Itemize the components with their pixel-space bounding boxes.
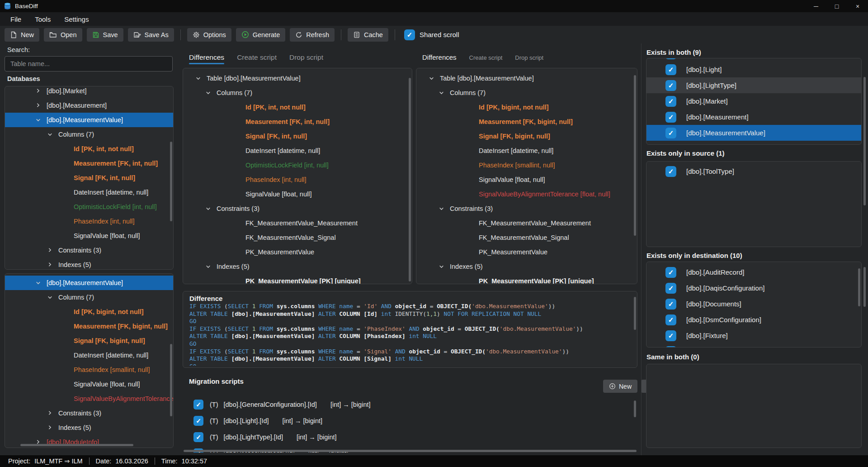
checkbox[interactable]: ✓ (665, 330, 676, 341)
tree-item[interactable]: Columns (7) (416, 86, 637, 100)
chevron-down-icon[interactable] (438, 90, 444, 96)
checklist-row[interactable]: ✓[dbo].[GeneralConfiguration] (646, 58, 861, 62)
tree-item[interactable]: [dbo].[Measurement] (5, 98, 173, 113)
chevron-down-icon[interactable] (47, 294, 53, 300)
search-input[interactable] (5, 56, 173, 71)
checklist-row[interactable]: ✓[dbo].[Measurement] (646, 109, 861, 125)
tree-item[interactable]: Signal [FK, int, null] (5, 171, 173, 185)
checkbox[interactable]: ✓ (665, 346, 676, 348)
tree-item[interactable]: PK_MeasurementValue (416, 245, 637, 259)
chevron-down-icon[interactable] (35, 280, 41, 286)
checkbox[interactable]: ✓ (665, 96, 676, 107)
tree-item[interactable]: Indexes (5) (5, 420, 173, 435)
tree-item[interactable]: Id [PK, bigint, not null] (5, 305, 173, 319)
shared-scroll-toggle[interactable]: ✓ Shared scroll (404, 29, 459, 40)
menu-tools[interactable]: Tools (28, 12, 57, 26)
tree-item[interactable]: FK_MeasurementValue_Signal (416, 230, 637, 245)
tree-item[interactable]: [dbo].[MeasurementValue] (5, 113, 173, 127)
tree-item[interactable]: PhaseIndex [smallint, null] (5, 362, 173, 377)
checkbox[interactable]: ✓ (665, 315, 676, 325)
tree-item[interactable]: DateInsert [datetime, null] (416, 143, 637, 158)
checklist-row[interactable]: ✓[dbo].[MeasurementValue] (646, 125, 861, 141)
tree-item[interactable]: SignalValueByAlignmentTolerance [float, … (5, 391, 173, 406)
chevron-right-icon[interactable] (35, 102, 41, 109)
tree-item[interactable]: Indexes (5) (416, 259, 637, 274)
tree-item[interactable]: SignalValue [float, null] (183, 187, 412, 201)
migration-row[interactable]: ✓(T)[dbo].[LightType].[Id][int] → [bigin… (183, 429, 635, 445)
checkbox[interactable]: ✓ (665, 299, 676, 310)
chevron-right-icon[interactable] (47, 247, 53, 253)
tree-item[interactable]: Table [dbo].[MeasurementValue] (183, 71, 412, 86)
chevron-right-icon[interactable] (35, 88, 41, 94)
tree-item[interactable]: Signal [FK, bigint, null] (5, 334, 173, 348)
tree-item[interactable]: Signal [FK, int, null] (183, 129, 412, 143)
tree-item[interactable]: Id [PK, int, not null] (5, 142, 173, 156)
tree-item[interactable]: PK_MeasurementValue [PK] [unique] (183, 274, 412, 284)
tree-item[interactable]: [dbo].[MeasurementValue] (5, 276, 173, 290)
scrollbar-thumb[interactable] (634, 400, 636, 417)
chevron-right-icon[interactable] (47, 410, 53, 416)
tree-item[interactable]: Indexes (5) (183, 259, 412, 274)
save-button[interactable]: Save (87, 28, 123, 42)
tree-item[interactable]: SignalValue [float, null] (5, 377, 173, 391)
tree-item[interactable]: Table [dbo].[MeasurementValue] (416, 71, 637, 86)
chevron-down-icon[interactable] (438, 263, 444, 270)
migration-row[interactable]: ✓(T)[dbo].[Light].[Id][int] → [bigint] (183, 413, 635, 429)
chevron-down-icon[interactable] (205, 90, 211, 96)
chevron-down-icon[interactable] (205, 205, 211, 212)
chevron-down-icon[interactable] (35, 117, 41, 123)
refresh-button[interactable]: Refresh (290, 28, 335, 42)
tab-differences[interactable]: Differences (422, 53, 457, 64)
tab-drop-script[interactable]: Drop script (515, 54, 543, 64)
checkbox[interactable]: ✓ (665, 166, 676, 177)
chevron-right-icon[interactable] (47, 424, 53, 431)
cache-button[interactable]: Cache (348, 28, 388, 42)
tree-item[interactable]: Columns (7) (5, 127, 173, 142)
checklist-row[interactable]: ✓[dbo].[Fixture] (646, 328, 861, 343)
tab-create-script[interactable]: Create script (469, 54, 503, 64)
tree-item[interactable]: Measurement [FK, bigint, null] (416, 114, 637, 129)
migration-row[interactable]: ✓(T)[dbo].[GeneralConfiguration].[Id][in… (183, 396, 635, 413)
tab-differences[interactable]: Differences (189, 53, 224, 64)
tree-item[interactable]: Measurement [FK, int, null] (5, 156, 173, 171)
tree-item[interactable]: FK_MeasurementValue_Signal (183, 230, 412, 245)
scrollbar-thumb[interactable] (863, 77, 866, 205)
tree-item[interactable]: Constraints (3) (183, 201, 412, 216)
tree-item[interactable]: Constraints (3) (5, 406, 173, 420)
tree-item[interactable]: Measurement [FK, int, null] (183, 114, 412, 129)
checkbox[interactable]: ✓ (193, 416, 203, 426)
tree-item[interactable]: FK_MeasurementValue_Measurement (416, 216, 637, 230)
tab-create-script[interactable]: Create script (237, 53, 277, 64)
tree-item[interactable]: PhaseIndex [smallint, null] (416, 158, 637, 172)
tree-item[interactable]: Id [PK, bigint, not null] (416, 100, 637, 114)
close-button[interactable]: × (847, 0, 868, 12)
checkbox[interactable]: ✓ (193, 432, 203, 442)
tree-item[interactable]: SignalValueByAlignmentTolerance [float, … (416, 187, 637, 201)
menu-settings[interactable]: Settings (57, 12, 95, 26)
checkbox[interactable]: ✓ (665, 283, 676, 294)
checklist-row[interactable]: ✓[dbo].[ToolType] (646, 163, 861, 179)
new-button[interactable]: New (5, 28, 39, 42)
scrollbar-thumb[interactable] (634, 75, 636, 236)
checkbox[interactable]: ✓ (665, 80, 676, 91)
scrollbar-thumb[interactable] (858, 268, 860, 306)
checkbox[interactable]: ✓ (665, 58, 676, 59)
scrollbar-thumb[interactable] (170, 344, 172, 416)
tree-item[interactable]: DateInsert [datetime, null] (5, 348, 173, 362)
menu-file[interactable]: File (4, 12, 28, 26)
checkbox[interactable]: ✓ (665, 128, 676, 138)
checkbox[interactable]: ✓ (665, 112, 676, 123)
minimize-button[interactable]: ─ (806, 0, 826, 12)
checklist-row[interactable]: ✓[dbo].[DsmConfiguration] (646, 312, 861, 328)
tree-item[interactable]: PhaseIndex [int, null] (5, 214, 173, 229)
tree-item[interactable]: Indexes (5) (5, 257, 173, 270)
tree-item[interactable]: Constraints (3) (416, 201, 637, 216)
tree-item[interactable]: Columns (7) (183, 86, 412, 100)
tree-item[interactable]: OptimisticLockField [int, null] (183, 158, 412, 172)
chevron-down-icon[interactable] (428, 75, 434, 81)
checklist-row[interactable]: ✓[dbo].[Documents] (646, 296, 861, 312)
checklist-row[interactable]: ✓[dbo].[AuditRecord] (646, 264, 861, 280)
chevron-right-icon[interactable] (47, 262, 53, 268)
tree-item[interactable]: Id [PK, int, not null] (183, 100, 412, 114)
shared-scroll-checkbox[interactable]: ✓ (404, 29, 415, 40)
